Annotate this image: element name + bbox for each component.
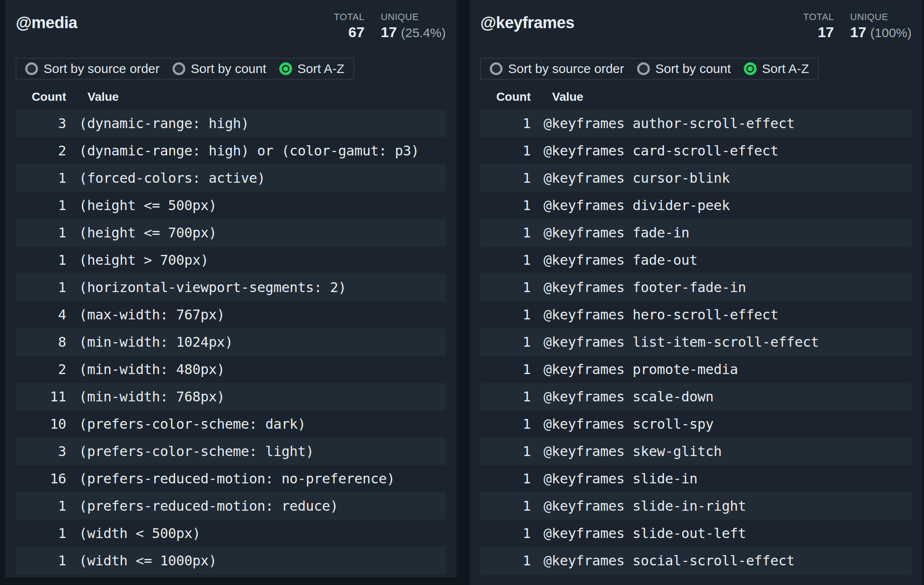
row-value: @keyframes slide-out-left: [531, 525, 746, 541]
total-label: TOTAL: [803, 11, 834, 23]
radio-icon[interactable]: [279, 62, 292, 75]
table-row: 1@keyframes fade-out: [480, 246, 912, 274]
table-row: 10(prefers-color-scheme: dark): [16, 410, 446, 438]
table-row: 1(width < 500px): [16, 520, 446, 547]
row-value: @keyframes hero-scroll-effect: [531, 307, 778, 323]
unique-stat: UNIQUE 17 (100%): [850, 11, 912, 41]
row-count: 1: [480, 525, 531, 541]
row-value: @keyframes slide-in: [531, 471, 697, 487]
row-value: (prefers-color-scheme: light): [66, 443, 314, 459]
unique-count: 17: [381, 24, 397, 40]
sort-by-source-order-radio[interactable]: Sort by source order: [490, 62, 624, 75]
row-value: (dynamic-range: high): [66, 115, 249, 132]
row-count: 1: [480, 170, 531, 186]
value-column-header: Value: [531, 90, 583, 104]
table-row: 1@keyframes fade-in: [480, 219, 912, 246]
row-count: 1: [16, 225, 66, 241]
table-row: 11(min-width: 768px): [16, 383, 446, 410]
row-value: @keyframes promote-media: [531, 361, 738, 377]
table-row: 16(prefers-reduced-motion: no-preference…: [16, 465, 446, 492]
total-stat: TOTAL 17: [803, 11, 834, 41]
row-value: @keyframes fade-in: [531, 225, 689, 241]
row-count: 1: [480, 361, 531, 377]
row-value: @keyframes author-scroll-effect: [531, 115, 795, 132]
row-count: 1: [16, 525, 66, 541]
row-count: 1: [480, 471, 531, 487]
row-count: 1: [480, 307, 531, 323]
table-row: 1(prefers-reduced-motion: reduce): [16, 492, 446, 520]
radio-icon[interactable]: [744, 62, 757, 75]
table-row: 1@keyframes skew-glitch: [480, 438, 912, 465]
row-count: 3: [16, 115, 66, 132]
table-row: 1@keyframes card-scroll-effect: [480, 137, 912, 164]
sort-by-source-order-radio[interactable]: Sort by source order: [25, 62, 160, 75]
radio-icon[interactable]: [173, 62, 185, 75]
row-value: @keyframes skew-glitch: [531, 443, 722, 459]
sort-option-label: Sort by source order: [44, 62, 160, 75]
row-count: 2: [16, 143, 66, 159]
table-header-row: Count Value: [16, 84, 446, 110]
sort-control: Sort by source order Sort by count Sort …: [16, 58, 354, 79]
row-value: @keyframes slide-in-right: [531, 498, 746, 514]
sort-by-count-radio[interactable]: Sort by count: [637, 62, 731, 75]
row-count: 1: [480, 334, 531, 350]
table-body: 3(dynamic-range: high)2(dynamic-range: h…: [16, 110, 446, 574]
keyframes-stats: TOTAL 17 UNIQUE 17 (100%): [803, 11, 912, 41]
table-row: 1(height <= 700px): [16, 219, 446, 246]
table-header-row: Count Value: [480, 84, 912, 110]
table-row: 2(min-width: 480px): [16, 356, 446, 383]
row-count: 1: [480, 252, 531, 268]
media-panel: @media TOTAL 67 UNIQUE 17 (25.4%) Sort b…: [5, 0, 456, 577]
row-count: 1: [16, 252, 66, 268]
row-count: 1: [480, 143, 531, 159]
table-row: 1@keyframes hero-scroll-effect: [480, 301, 912, 328]
row-count: 1: [480, 279, 531, 295]
row-value: (forced-colors: active): [66, 170, 265, 186]
unique-label: UNIQUE: [381, 11, 446, 23]
sort-by-count-radio[interactable]: Sort by count: [173, 62, 266, 75]
radio-icon[interactable]: [25, 62, 38, 75]
row-value: (height <= 500px): [66, 197, 216, 214]
keyframes-panel-header: @keyframes TOTAL 17 UNIQUE 17 (100%): [480, 11, 912, 41]
row-value: (height <= 700px): [66, 225, 216, 241]
sort-control: Sort by source order Sort by count Sort …: [480, 58, 819, 79]
radio-icon[interactable]: [637, 62, 650, 75]
radio-icon[interactable]: [490, 62, 503, 75]
table-body: 1@keyframes author-scroll-effect1@keyfra…: [480, 110, 912, 574]
unique-value: 17 (25.4%): [381, 23, 446, 41]
total-value: 17: [803, 23, 834, 41]
row-value: @keyframes scale-down: [531, 389, 713, 405]
table-row: 1@keyframes slide-in-right: [480, 492, 912, 520]
table-row: 1@keyframes divider-peek: [480, 192, 912, 219]
table-row: 4(max-width: 767px): [16, 301, 446, 328]
sort-a-z-radio[interactable]: Sort A-Z: [744, 62, 809, 75]
table-row: 1@keyframes footer-fade-in: [480, 274, 912, 301]
unique-count: 17: [850, 24, 866, 40]
row-value: @keyframes footer-fade-in: [531, 279, 746, 295]
unique-percentage: (25.4%): [401, 26, 446, 40]
page-title: @keyframes: [480, 11, 574, 32]
row-count: 1: [16, 279, 66, 295]
row-value: @keyframes scroll-spy: [531, 416, 713, 432]
media-panel-header: @media TOTAL 67 UNIQUE 17 (25.4%): [16, 11, 446, 41]
table-row: 1(horizontal-viewport-segments: 2): [16, 274, 446, 301]
table-row: 1@keyframes slide-in: [480, 465, 912, 492]
row-count: 1: [480, 498, 531, 514]
table-row: 3(prefers-color-scheme: light): [16, 438, 446, 465]
row-count: 16: [16, 471, 66, 487]
row-value: (height > 700px): [66, 252, 208, 268]
table-row: 1@keyframes list-item-scroll-effect: [480, 328, 912, 356]
row-count: 1: [16, 553, 66, 569]
row-count: 1: [16, 498, 66, 514]
sort-a-z-radio[interactable]: Sort A-Z: [279, 62, 345, 75]
keyframes-table: Count Value 1@keyframes author-scroll-ef…: [480, 84, 912, 574]
total-label: TOTAL: [334, 11, 365, 23]
row-value: @keyframes fade-out: [531, 252, 697, 268]
total-stat: TOTAL 67: [334, 11, 365, 41]
row-count: 11: [16, 389, 66, 405]
table-row: 1(forced-colors: active): [16, 164, 446, 192]
sort-option-label: Sort A-Z: [762, 62, 809, 75]
row-count: 1: [480, 115, 531, 132]
table-row: 1@keyframes scroll-spy: [480, 410, 912, 438]
row-count: 1: [16, 170, 66, 186]
